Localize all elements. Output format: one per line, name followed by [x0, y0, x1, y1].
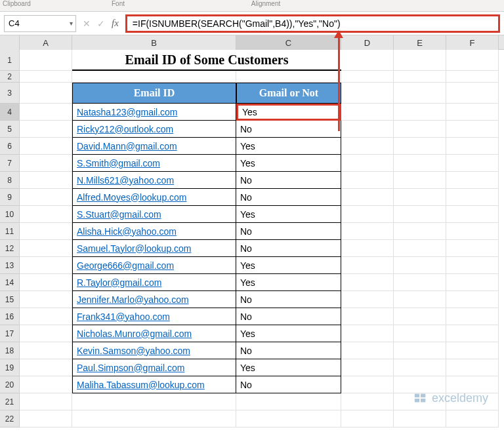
row-header-19[interactable]: 19 — [0, 359, 20, 376]
row-header-2[interactable]: 2 — [0, 71, 20, 83]
email-link[interactable]: Alfred.Moyes@lookup.com — [77, 192, 187, 203]
cell-d14[interactable] — [341, 274, 394, 291]
row-header-12[interactable]: 12 — [0, 240, 20, 257]
cell-f8[interactable] — [446, 172, 499, 189]
cell-f6[interactable] — [446, 138, 499, 155]
cell-a8[interactable] — [20, 172, 72, 189]
row-header-8[interactable]: 8 — [0, 172, 20, 189]
email-link[interactable]: Jennifer.Marlo@yahoo.com — [77, 294, 189, 305]
cell-a15[interactable] — [20, 291, 72, 308]
cell-d20[interactable] — [341, 376, 394, 393]
cell-e11[interactable] — [394, 223, 446, 240]
chevron-down-icon[interactable]: ▾ — [70, 20, 73, 27]
cell-b20[interactable]: Maliha.Tabassum@lookup.com — [72, 376, 236, 393]
cell-a11[interactable] — [20, 223, 72, 240]
cell-a17[interactable] — [20, 325, 72, 342]
cell-f12[interactable] — [446, 240, 499, 257]
cell-f5[interactable] — [446, 121, 499, 138]
cell-e3[interactable] — [394, 83, 446, 104]
cell-d2[interactable] — [341, 71, 394, 83]
cell-f11[interactable] — [446, 223, 499, 240]
cell-a12[interactable] — [20, 240, 72, 257]
cell-f1[interactable] — [446, 50, 499, 71]
email-link[interactable]: Natasha123@gmail.com — [77, 107, 178, 117]
row-header-3[interactable]: 3 — [0, 83, 20, 104]
cell-a14[interactable] — [20, 274, 72, 291]
cell-f7[interactable] — [446, 155, 499, 172]
cell-e13[interactable] — [394, 257, 446, 274]
cell-d18[interactable] — [341, 342, 394, 359]
title-cell[interactable]: Email ID of Some Customers — [72, 50, 341, 71]
cell-b10[interactable]: S.Stuart@gmail.com — [72, 206, 236, 223]
cell-b8[interactable]: N.Mills621@yahoo.com — [72, 172, 236, 189]
cell-f10[interactable] — [446, 206, 499, 223]
cell-d12[interactable] — [341, 240, 394, 257]
row-header-18[interactable]: 18 — [0, 342, 20, 359]
cell-c11[interactable]: No — [236, 223, 341, 240]
cell-c20[interactable]: No — [236, 376, 341, 393]
row-header-22[interactable]: 22 — [0, 410, 20, 428]
email-link[interactable]: N.Mills621@yahoo.com — [77, 175, 174, 186]
cell-a5[interactable] — [20, 121, 72, 138]
cell-f18[interactable] — [446, 342, 499, 359]
cancel-icon[interactable]: ✕ — [83, 18, 91, 29]
row-header-15[interactable]: 15 — [0, 291, 20, 308]
cell-b2[interactable] — [72, 71, 236, 83]
cell-f14[interactable] — [446, 274, 499, 291]
col-header-d[interactable]: D — [341, 35, 394, 50]
cell-c10[interactable]: Yes — [236, 206, 341, 223]
row-header-4[interactable]: 4 — [0, 104, 20, 121]
cell-e19[interactable] — [394, 359, 446, 376]
cell-b7[interactable]: S.Smith@gmail.com — [72, 155, 236, 172]
cell-a21[interactable] — [20, 393, 72, 410]
email-link[interactable]: Ricky212@outlook.com — [77, 124, 173, 134]
cell-e16[interactable] — [394, 308, 446, 325]
cell-b14[interactable]: R.Taylor@gmail.com — [72, 274, 236, 291]
cell-b16[interactable]: Frank341@yahoo.com — [72, 308, 236, 325]
cell-e5[interactable] — [394, 121, 446, 138]
email-link[interactable]: Alisha.Hick@yahoo.com — [77, 226, 177, 237]
email-link[interactable]: S.Smith@gmail.com — [77, 158, 160, 169]
row-header-1[interactable]: 1 — [0, 50, 20, 71]
cell-a13[interactable] — [20, 257, 72, 274]
email-link[interactable]: Paul.Simpson@gmail.com — [77, 363, 184, 373]
row-header-11[interactable]: 11 — [0, 223, 20, 240]
cell-c12[interactable]: No — [236, 240, 341, 257]
cell-d13[interactable] — [341, 257, 394, 274]
select-all-corner[interactable] — [0, 35, 20, 50]
cell-b18[interactable]: Kevin.Samson@yahoo.com — [72, 342, 236, 359]
row-header-14[interactable]: 14 — [0, 274, 20, 291]
cell-f13[interactable] — [446, 257, 499, 274]
formula-bar[interactable]: =IF(ISNUMBER(SEARCH("Gmail",B4)),"Yes","… — [125, 14, 500, 33]
cell-d7[interactable] — [341, 155, 394, 172]
cell-b15[interactable]: Jennifer.Marlo@yahoo.com — [72, 291, 236, 308]
cell-f19[interactable] — [446, 359, 499, 376]
cell-b17[interactable]: Nicholas.Munro@gmail.com — [72, 325, 236, 342]
cell-e2[interactable] — [394, 71, 446, 83]
cell-d6[interactable] — [341, 138, 394, 155]
cell-a4[interactable] — [20, 104, 72, 121]
cell-f22[interactable] — [446, 410, 499, 428]
cell-d19[interactable] — [341, 359, 394, 376]
enter-icon[interactable]: ✓ — [97, 18, 105, 29]
cell-e22[interactable] — [394, 410, 446, 428]
cell-e14[interactable] — [394, 274, 446, 291]
cell-d15[interactable] — [341, 291, 394, 308]
cell-e6[interactable] — [394, 138, 446, 155]
cell-a20[interactable] — [20, 376, 72, 393]
row-header-5[interactable]: 5 — [0, 121, 20, 138]
cell-d8[interactable] — [341, 172, 394, 189]
cell-c4[interactable]: Yes — [236, 104, 341, 121]
cell-d4[interactable] — [341, 104, 394, 121]
cell-e12[interactable] — [394, 240, 446, 257]
row-header-10[interactable]: 10 — [0, 206, 20, 223]
cell-a7[interactable] — [20, 155, 72, 172]
cell-c18[interactable]: No — [236, 342, 341, 359]
name-box[interactable]: C4 ▾ — [4, 15, 76, 32]
cell-c19[interactable]: Yes — [236, 359, 341, 376]
cell-b4[interactable]: Natasha123@gmail.com — [72, 104, 236, 121]
cell-b6[interactable]: David.Mann@gmail.com — [72, 138, 236, 155]
cell-b9[interactable]: Alfred.Moyes@lookup.com — [72, 189, 236, 206]
cell-c16[interactable]: No — [236, 308, 341, 325]
cell-c14[interactable]: Yes — [236, 274, 341, 291]
